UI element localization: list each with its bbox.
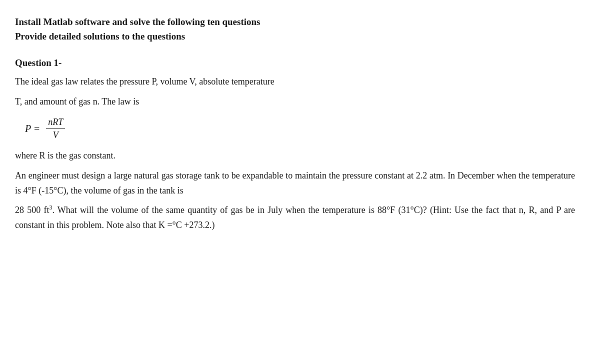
numerator: nRT [46,117,65,129]
question-label: Question 1- [15,58,575,68]
fraction: nRT V [46,117,65,140]
para2-text: T, and amount of gas n. The law is [15,96,139,106]
paragraph-5: 28 500 ft3. What will the volume of the … [15,203,575,232]
paragraph-4: An engineer must design a large natural … [15,168,575,198]
paragraph-1: The ideal gas law relates the pressure P… [15,74,575,90]
denominator: V [51,129,60,140]
paragraph-3: where R is the gas constant. [15,148,575,164]
title-line-1: Install Matlab software and solve the fo… [15,15,575,30]
paragraph-2: T, and amount of gas n. The law is [15,94,575,110]
page-container: Install Matlab software and solve the fo… [15,15,575,233]
question-1-section: Question 1- The ideal gas law relates th… [15,58,575,233]
title-section: Install Matlab software and solve the fo… [15,15,575,44]
para1-text: The ideal gas law relates the pressure P… [15,76,274,86]
superscript-3: 3 [49,204,52,211]
p-equals: P = [25,123,40,134]
formula-block: P = nRT V [25,117,575,140]
formula-lhs: P = [25,123,40,134]
title-line-2: Provide detailed solutions to the questi… [15,30,575,44]
lhs-text: P = [25,123,40,134]
